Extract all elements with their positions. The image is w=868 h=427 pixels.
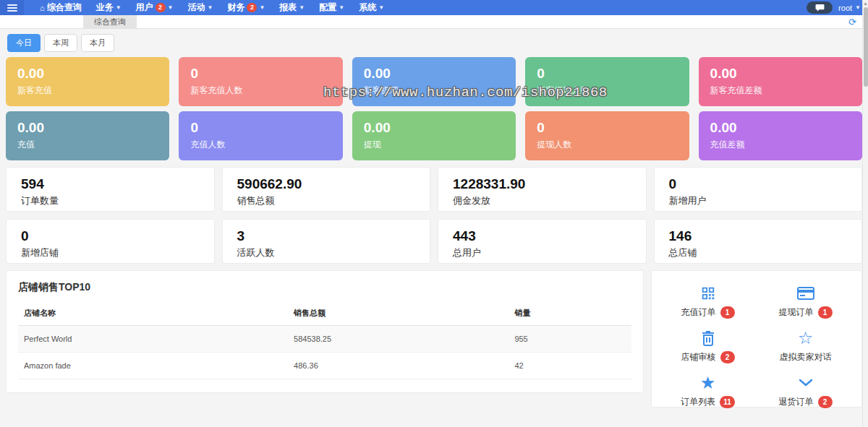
cell-sales-total: 584538.25: [288, 326, 509, 353]
metric-value: 0.00: [17, 64, 158, 83]
date-filter-group: 今日 本周 本月: [0, 29, 868, 56]
nav-item-label: 配置: [319, 1, 336, 14]
shortcut-recharge-orders[interactable]: 充值订单 1: [659, 284, 757, 319]
metric-value: 0: [537, 118, 677, 137]
stat-card-commission: 1228331.90 佣金发放: [438, 167, 647, 212]
filter-today-button[interactable]: 今日: [7, 34, 41, 52]
table-header-row: 店铺名称 销售总额 销量: [18, 301, 631, 326]
shortcut-label: 虚拟卖家对话: [780, 351, 832, 363]
stat-card-sales-total: 590662.90 销售总额: [222, 167, 431, 212]
caret-down-icon: ▼: [299, 4, 305, 11]
nav-item-config[interactable]: 配置 ▼: [312, 0, 352, 15]
stat-card-active-users: 3 活跃人数: [222, 219, 431, 264]
scrollbar-up-arrow-icon[interactable]: ▲: [863, 0, 868, 7]
tab-label: 综合查询: [94, 17, 126, 27]
stat-label: 活跃人数: [237, 246, 416, 259]
nav-item-dashboard[interactable]: ⌂ 综合查询: [33, 0, 89, 15]
stat-label: 新增店铺: [21, 246, 200, 259]
cell-shop-name: Perfect World: [18, 326, 288, 353]
shop-sales-top10-card: 店铺销售TOP10 店铺名称 销售总额 销量 Perfect World 584…: [6, 270, 644, 393]
metric-value: 0: [190, 64, 331, 83]
nav-item-system[interactable]: 系统 ▼: [352, 0, 391, 15]
cell-sales-qty: 42: [509, 353, 631, 379]
metric-value: 0: [537, 64, 677, 83]
caret-down-icon: ▼: [116, 4, 122, 11]
shop-sales-table: 店铺名称 销售总额 销量 Perfect World 584538.25 955…: [18, 301, 631, 379]
metric-value: 0.00: [710, 118, 851, 137]
messages-button[interactable]: [807, 1, 833, 14]
metric-label: 新客充值人数: [190, 85, 331, 97]
stat-value: 0: [21, 228, 200, 245]
metric-label: 充值差额: [710, 139, 851, 151]
nav-item-label: 财务: [227, 1, 244, 14]
filter-week-button[interactable]: 本周: [44, 34, 77, 52]
stat-card-orders: 594 订单数量: [6, 167, 215, 212]
stat-card-total-shops: 146 总店铺: [654, 219, 863, 264]
nav-item-finance[interactable]: 财务 2 ▼: [220, 0, 272, 15]
qr-code-icon: [700, 284, 716, 303]
stat-value: 594: [21, 176, 200, 193]
nav-item-business[interactable]: 业务 ▼: [89, 0, 129, 15]
caret-down-icon: ▼: [378, 4, 384, 11]
nav-item-users[interactable]: 用户 2 ▼: [129, 0, 181, 15]
cell-sales-total: 486.36: [288, 353, 509, 379]
stat-card-grid: 594 订单数量 590662.90 销售总额 1228331.90 佣金发放 …: [6, 167, 862, 264]
metric-value: 0.00: [364, 64, 504, 83]
shortcut-return-orders[interactable]: 退货订单 2: [757, 374, 854, 408]
metric-label: 新客充值: [17, 85, 158, 97]
stat-label: 销售总额: [237, 194, 416, 207]
metric-value: 0: [190, 118, 331, 137]
tab-dashboard[interactable]: 综合查询: [83, 15, 137, 28]
column-header-sales-total: 销售总额: [288, 301, 509, 326]
vertical-scrollbar[interactable]: ▲: [862, 0, 868, 427]
metric-value: 0.00: [710, 64, 851, 83]
nav-item-activity[interactable]: 活动 ▼: [181, 0, 221, 15]
metric-card-recharge: 0.00 充值: [6, 111, 169, 160]
nav-badge: 2: [247, 3, 257, 12]
shortcut-label: 店铺审核: [681, 351, 716, 363]
metric-label: 充值人数: [190, 139, 331, 151]
caret-down-icon: ▼: [339, 4, 344, 11]
hamburger-icon: [7, 4, 17, 12]
nav-item-label: 系统: [359, 1, 376, 14]
trash-icon: [701, 329, 715, 348]
refresh-icon[interactable]: ⟳: [848, 17, 856, 27]
caret-down-icon: ▼: [855, 4, 861, 11]
navbar-right: root ▼: [807, 0, 861, 15]
column-header-shop-name: 店铺名称: [18, 301, 288, 326]
stat-value: 443: [453, 228, 631, 245]
shortcut-panel: 充值订单 1 提现订单 1 店铺审核 2 ☆ 虚拟卖家对: [651, 270, 862, 407]
filter-month-button[interactable]: 本月: [81, 34, 114, 52]
cell-sales-qty: 955: [509, 326, 631, 353]
caret-down-icon: ▼: [168, 4, 174, 11]
metric-value: 0.00: [17, 118, 158, 137]
chat-bubble-icon: [815, 4, 825, 12]
nav-item-label: 综合查询: [47, 1, 82, 14]
scrollbar-thumb[interactable]: [864, 7, 868, 87]
caret-down-icon: ▼: [259, 4, 265, 11]
chevron-down-icon: [799, 374, 813, 392]
metric-card-new-recharge-diff: 0.00 新客充值差额: [699, 57, 862, 106]
shortcut-label: 充值订单: [681, 306, 716, 319]
shortcut-shop-review[interactable]: 店铺审核 2: [659, 329, 757, 363]
table-title: 店铺销售TOP10: [18, 281, 631, 294]
metric-label: 充值: [17, 139, 158, 151]
nav-item-reports[interactable]: 报表 ▼: [272, 0, 312, 15]
table-row: Amazon fade 486.36 42: [18, 353, 631, 379]
stat-value: 590662.90: [237, 176, 416, 193]
metric-card-new-withdraw: 0.00 新客提现: [352, 57, 516, 106]
user-menu[interactable]: root ▼: [838, 4, 861, 12]
metric-label: 提现人数: [537, 139, 677, 151]
shortcut-virtual-seller-chat[interactable]: ☆ 虚拟卖家对话: [757, 329, 854, 363]
metric-card-recharge-diff: 0.00 充值差额: [699, 111, 862, 160]
shortcut-withdraw-orders[interactable]: 提现订单 1: [757, 284, 854, 319]
shortcut-badge: 1: [720, 306, 735, 319]
table-row: Perfect World 584538.25 955: [18, 326, 631, 353]
metric-label: 新客提现人数: [537, 85, 677, 97]
sidebar-toggle-button[interactable]: [0, 0, 24, 15]
shortcut-badge: 11: [720, 396, 735, 408]
metric-label: 提现: [364, 139, 504, 151]
metric-card-new-withdraw-users: 0 新客提现人数: [525, 57, 689, 106]
shortcut-order-list[interactable]: ★ 订单列表 11: [659, 374, 757, 408]
stat-value: 146: [669, 228, 848, 245]
